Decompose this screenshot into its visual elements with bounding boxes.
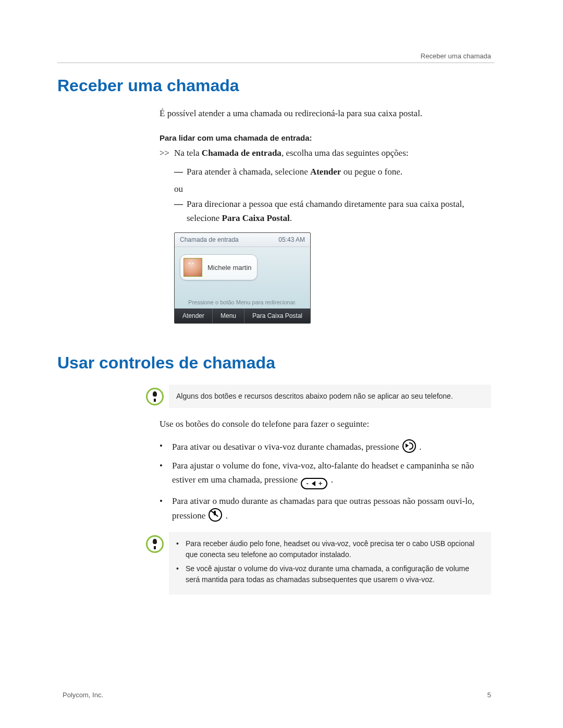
bold: Chamada de entrada <box>202 148 282 158</box>
text: ou pegue o fone. <box>341 167 402 177</box>
bullet-marker: • <box>176 538 180 560</box>
phone-title: Chamada de entrada <box>180 236 239 243</box>
header-rule <box>57 63 494 63</box>
phone-softkeys: Atender Menu Para Caixa Postal <box>175 309 310 323</box>
lead-paragraph: Use os botões do console do telefone par… <box>160 417 491 431</box>
or-text: ou <box>174 184 491 194</box>
option-text: Para direcionar a pessoa que está chaman… <box>187 198 491 225</box>
step-row: >> Na tela Chamada de entrada, escolha u… <box>160 146 491 160</box>
note-row: • Para receber áudio pelo fone, headset … <box>146 532 491 595</box>
bullet-marker: • <box>160 439 172 454</box>
text: , escolha uma das seguintes opções: <box>282 148 409 158</box>
phone-hint: Pressione o botão Menu para redirecionar… <box>175 299 310 305</box>
text: Na tela <box>174 148 202 158</box>
phone-body: Michele martin Pressione o botão Menu pa… <box>175 247 310 309</box>
note-text: Para receber áudio pelo fone, headset ou… <box>186 538 484 560</box>
text: Para atender à chamada, selecione <box>187 167 310 177</box>
plus: + <box>319 479 323 488</box>
step-text: Na tela Chamada de entrada, escolha uma … <box>174 146 491 160</box>
option-row: — Para direcionar a pessoa que está cham… <box>174 198 491 225</box>
intro-paragraph: É possível atender a uma chamada ou redi… <box>160 107 491 120</box>
note-bullet: • Para receber áudio pelo fone, headset … <box>176 538 484 560</box>
softkey-voicemail: Para Caixa Postal <box>244 309 310 323</box>
triangle-icon <box>312 481 315 486</box>
note-box: • Para receber áudio pelo fone, headset … <box>169 532 491 595</box>
text: . <box>419 442 421 452</box>
minus: - <box>306 479 308 488</box>
contact-chip: Michele martin <box>180 254 258 280</box>
phone-header: Chamada de entrada 05:43 AM <box>175 233 310 247</box>
text: . <box>290 213 292 223</box>
speaker-icon <box>402 439 416 453</box>
note-row: Alguns dos botões e recursos descritos a… <box>146 385 491 408</box>
running-header: Receber uma chamada <box>421 52 491 60</box>
bold: Atender <box>310 167 341 177</box>
footer: Polycom, Inc. 5 <box>63 691 491 699</box>
bullet-marker: • <box>160 459 172 489</box>
softkey-menu: Menu <box>213 309 244 323</box>
option-text: Para atender à chamada, selecione Atende… <box>187 165 491 179</box>
page: Receber uma chamada Receber uma chamada … <box>0 0 563 728</box>
footer-left: Polycom, Inc. <box>63 691 103 699</box>
tip-icon <box>146 535 164 553</box>
bullet-text: Para ativar ou desativar o viva-voz dura… <box>172 439 491 454</box>
text: Para ativar ou desativar o viva-voz dura… <box>172 442 401 452</box>
h1-call-controls: Usar controles de chamada <box>57 353 491 373</box>
mute-icon <box>209 508 222 522</box>
bullet-row: • Para ajustar o volume do fone, viva-vo… <box>160 459 491 489</box>
phone-time: 05:43 AM <box>278 236 305 243</box>
bullet-row: • Para ativar ou desativar o viva-voz du… <box>160 439 491 454</box>
arrow-marker: >> <box>160 146 174 160</box>
bullet-text: Para ajustar o volume do fone, viva-voz,… <box>172 459 491 489</box>
note-text: Alguns dos botões e recursos descritos a… <box>176 392 453 400</box>
note-box: Alguns dos botões e recursos descritos a… <box>169 385 491 408</box>
tip-icon <box>146 388 164 405</box>
note-text: Se você ajustar o volume do viva-voz dur… <box>186 563 484 585</box>
dash-marker: — <box>174 198 187 225</box>
softkey-answer: Atender <box>175 309 212 323</box>
option-row: — Para atender à chamada, selecione Aten… <box>174 165 491 179</box>
page-number: 5 <box>487 691 491 699</box>
phone-screenshot: Chamada de entrada 05:43 AM Michele mart… <box>174 232 311 324</box>
volume-rocker-icon: - + <box>301 478 327 489</box>
note-bullet: • Se você ajustar o volume do viva-voz d… <box>176 563 484 585</box>
subheading-handle-incoming: Para lidar com uma chamada de entrada: <box>160 133 491 142</box>
text: . <box>226 511 228 521</box>
avatar <box>183 258 202 277</box>
bold: Para Caixa Postal <box>222 213 290 223</box>
h1-receive-call: Receber uma chamada <box>57 76 491 95</box>
text: . <box>331 475 333 485</box>
bullet-text: Para ativar o mudo durante as chamadas p… <box>172 495 491 523</box>
bullet-row: • Para ativar o mudo durante as chamadas… <box>160 495 491 523</box>
bullet-marker: • <box>160 495 172 523</box>
dash-marker: — <box>174 165 187 179</box>
bullet-marker: • <box>176 563 180 585</box>
contact-name: Michele martin <box>207 264 252 272</box>
